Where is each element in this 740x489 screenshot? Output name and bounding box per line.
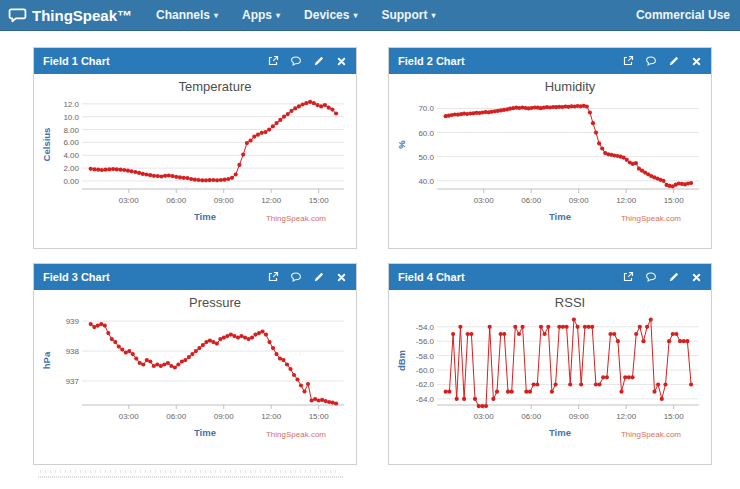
svg-text:937: 937 <box>66 377 80 386</box>
svg-text:70.0: 70.0 <box>418 104 434 113</box>
field-1-chart-panel: Field 1 Chart Temperature0.002.004.006.0… <box>33 47 357 249</box>
nav-devices[interactable]: Devices ▾ <box>304 8 357 22</box>
svg-text:0.00: 0.00 <box>63 177 79 186</box>
svg-text:03:00: 03:00 <box>119 196 140 205</box>
comment-bubble-icon[interactable] <box>645 55 657 67</box>
svg-text:03:00: 03:00 <box>474 412 495 421</box>
chart-x-axis-label: Time <box>194 211 216 222</box>
svg-text:4.00: 4.00 <box>63 151 79 160</box>
pencil-icon[interactable] <box>668 271 680 283</box>
chart-credits-link[interactable]: ThingSpeak.com <box>621 430 681 439</box>
svg-text:-54.0: -54.0 <box>416 323 435 332</box>
panel-title: Field 4 Chart <box>398 271 465 283</box>
cropped-bottom-element <box>38 476 344 478</box>
panel-tools <box>267 271 347 283</box>
field-3-chart-plot[interactable]: Pressure93793893903:0006:0009:0012:0015:… <box>34 290 356 464</box>
chart-x-axis: 03:0006:0009:0012:0015:00 <box>437 405 699 421</box>
field-3-panel-body: Pressure93793893903:0006:0009:0012:0015:… <box>34 290 356 464</box>
chart-title: Temperature <box>179 79 252 94</box>
field-2-panel-body: Humidity40.050.060.070.003:0006:0009:001… <box>389 74 711 248</box>
nav-apps-label: Apps <box>242 8 272 22</box>
svg-text:06:00: 06:00 <box>166 412 187 421</box>
close-x-icon[interactable] <box>691 56 702 67</box>
svg-text:12:00: 12:00 <box>261 196 282 205</box>
field-3-chart-panel: Field 3 Chart Pressure93793893903:0006:0… <box>33 263 357 465</box>
field-2-panel-header: Field 2 Chart <box>389 48 711 74</box>
charts-grid: Field 1 Chart Temperature0.002.004.006.0… <box>33 47 712 465</box>
external-link-icon[interactable] <box>267 55 279 67</box>
chart-y-axis-label: Celsius <box>41 128 52 162</box>
chart-x-axis: 03:0006:0009:0012:0015:00 <box>437 189 699 205</box>
field-1-panel-header: Field 1 Chart <box>34 48 356 74</box>
svg-text:12:00: 12:00 <box>616 196 637 205</box>
chart-credits-link[interactable]: ThingSpeak.com <box>621 214 681 223</box>
svg-text:-56.0: -56.0 <box>416 337 435 346</box>
thingspeak-logo[interactable]: ThingSpeak™ <box>8 7 132 24</box>
svg-text:06:00: 06:00 <box>521 412 542 421</box>
nav-support[interactable]: Support ▾ <box>381 8 435 22</box>
panel-title: Field 3 Chart <box>43 271 110 283</box>
field-4-chart-plot[interactable]: RSSI-54.0-56.0-58.0-60.0-62.0-64.003:000… <box>389 290 711 464</box>
chart-x-axis-label: Time <box>549 427 571 438</box>
cropped-bottom-element <box>40 470 340 473</box>
field-1-panel-body: Temperature0.002.004.006.008.0010.012.00… <box>34 74 356 248</box>
field-3-panel-header: Field 3 Chart <box>34 264 356 290</box>
panel-title: Field 1 Chart <box>43 55 110 67</box>
comment-bubble-icon[interactable] <box>290 55 302 67</box>
field-4-panel-body: RSSI-54.0-56.0-58.0-60.0-62.0-64.003:000… <box>389 290 711 464</box>
chart-title: Pressure <box>189 295 241 310</box>
external-link-icon[interactable] <box>622 271 634 283</box>
chart-series[interactable] <box>89 322 339 406</box>
nav-apps[interactable]: Apps ▾ <box>242 8 280 22</box>
close-x-icon[interactable] <box>336 56 347 67</box>
nav-channels-label: Channels <box>156 8 210 22</box>
chart-credits-link[interactable]: ThingSpeak.com <box>266 214 326 223</box>
nav-commercial-use[interactable]: Commercial Use <box>636 8 730 22</box>
svg-text:03:00: 03:00 <box>119 412 140 421</box>
svg-text:15:00: 15:00 <box>309 196 330 205</box>
main-nav: Channels ▾ Apps ▾ Devices ▾ Support ▾ <box>156 8 435 22</box>
chart-y-axis-label: hPa <box>41 351 52 369</box>
comment-bubble-icon[interactable] <box>290 271 302 283</box>
chart-grid: 40.050.060.070.0 <box>418 104 699 185</box>
pencil-icon[interactable] <box>313 55 325 67</box>
svg-text:-58.0: -58.0 <box>416 352 435 361</box>
panel-tools <box>267 55 347 67</box>
svg-text:09:00: 09:00 <box>569 412 590 421</box>
chart-series[interactable] <box>444 318 694 409</box>
field-2-chart-panel: Field 2 Chart Humidity40.050.060.070.003… <box>388 47 712 249</box>
field-1-chart-plot[interactable]: Temperature0.002.004.006.008.0010.012.00… <box>34 74 356 248</box>
external-link-icon[interactable] <box>622 55 634 67</box>
chart-x-axis: 03:0006:0009:0012:0015:00 <box>82 189 344 205</box>
svg-text:-64.0: -64.0 <box>416 395 435 404</box>
svg-text:-60.0: -60.0 <box>416 366 435 375</box>
close-x-icon[interactable] <box>691 272 702 283</box>
svg-text:6.00: 6.00 <box>63 138 79 147</box>
svg-text:12:00: 12:00 <box>261 412 282 421</box>
field-4-panel-header: Field 4 Chart <box>389 264 711 290</box>
close-x-icon[interactable] <box>336 272 347 283</box>
svg-text:09:00: 09:00 <box>214 196 235 205</box>
comment-bubble-icon[interactable] <box>645 271 657 283</box>
chart-series[interactable] <box>444 104 694 189</box>
svg-text:15:00: 15:00 <box>664 412 685 421</box>
svg-text:03:00: 03:00 <box>474 196 495 205</box>
svg-text:50.0: 50.0 <box>418 153 434 162</box>
speech-bubble-logo-icon <box>8 7 27 24</box>
pencil-icon[interactable] <box>313 271 325 283</box>
chart-y-axis-label: dBm <box>396 350 407 371</box>
svg-text:2.00: 2.00 <box>63 164 79 173</box>
chart-credits-link[interactable]: ThingSpeak.com <box>266 430 326 439</box>
chart-title: Humidity <box>545 79 596 94</box>
chart-series[interactable] <box>89 100 339 183</box>
field-2-chart-plot[interactable]: Humidity40.050.060.070.003:0006:0009:001… <box>389 74 711 248</box>
brand-text: ThingSpeak™ <box>32 7 132 24</box>
panel-tools <box>622 271 702 283</box>
chart-y-axis-label: % <box>396 140 407 149</box>
external-link-icon[interactable] <box>267 271 279 283</box>
pencil-icon[interactable] <box>668 55 680 67</box>
svg-text:15:00: 15:00 <box>309 412 330 421</box>
nav-devices-label: Devices <box>304 8 349 22</box>
nav-channels[interactable]: Channels ▾ <box>156 8 218 22</box>
chart-title: RSSI <box>555 295 585 310</box>
